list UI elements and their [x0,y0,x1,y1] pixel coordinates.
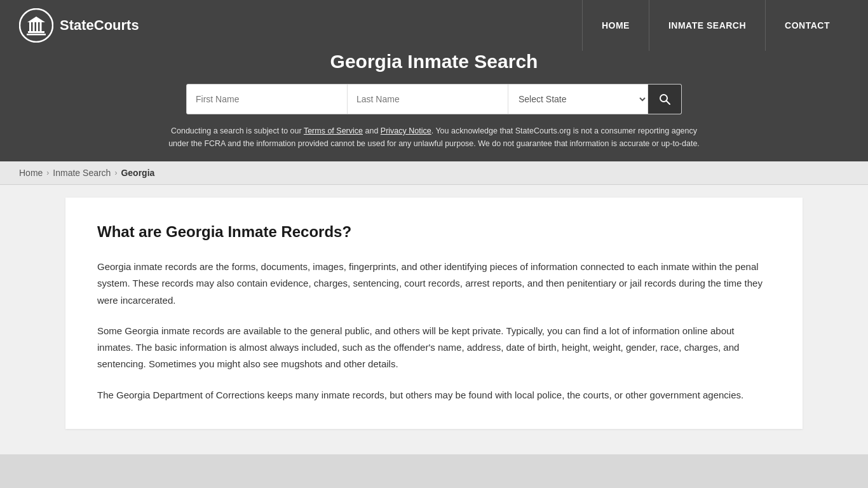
content-card: What are Georgia Inmate Records? Georgia… [65,198,803,429]
bottom-band [0,454,868,488]
state-select[interactable]: Select StateAlabamaAlaskaArizonaArkansas… [508,85,648,114]
nav-links: HOME INMATE SEARCH CONTACT [582,0,849,51]
disclaimer-text: Conducting a search is subject to our Te… [148,125,720,161]
content-heading: What are Georgia Inmate Records? [97,223,771,241]
svg-rect-4 [33,22,35,31]
page-heading: Georgia Inmate Search [0,51,868,72]
nav-contact[interactable]: CONTACT [765,0,849,51]
search-bar: Select StateAlabamaAlaskaArizonaArkansas… [186,84,682,114]
terms-link[interactable]: Terms of Service [304,126,363,135]
svg-rect-5 [36,22,38,31]
last-name-input[interactable] [348,85,508,114]
search-icon [658,93,671,105]
content-paragraph-3: The Georgia Department of Corrections ke… [97,387,771,403]
svg-line-9 [667,101,670,105]
svg-rect-6 [40,22,42,31]
breadcrumb-current: Georgia [121,168,154,178]
nav-inmate-search[interactable]: INMATE SEARCH [649,0,765,51]
breadcrumb-sep-1: › [46,168,49,177]
svg-rect-2 [27,34,46,36]
first-name-input[interactable] [187,85,348,114]
breadcrumb-sep-2: › [114,168,117,177]
svg-rect-3 [29,22,31,31]
svg-rect-1 [28,31,44,33]
top-nav: StateCourts HOME INMATE SEARCH CONTACT [0,0,868,51]
logo-text: StateCourts [60,17,139,34]
page-body: What are Georgia Inmate Records? Georgia… [0,185,868,454]
content-paragraph-1: Georgia inmate records are the forms, do… [97,259,771,309]
breadcrumb-home[interactable]: Home [19,168,43,178]
privacy-link[interactable]: Privacy Notice [381,126,431,135]
search-button[interactable] [648,85,681,114]
breadcrumb: Home › Inmate Search › Georgia [0,161,868,185]
svg-marker-7 [27,17,45,22]
content-paragraph-2: Some Georgia inmate records are availabl… [97,323,771,373]
search-bar-container: Select StateAlabamaAlaskaArizonaArkansas… [0,84,868,114]
nav-home[interactable]: HOME [582,0,649,51]
breadcrumb-inmate-search[interactable]: Inmate Search [53,168,111,178]
hero-section: StateCourts HOME INMATE SEARCH CONTACT G… [0,0,868,161]
logo-icon [19,8,53,43]
site-logo[interactable]: StateCourts [19,8,139,43]
